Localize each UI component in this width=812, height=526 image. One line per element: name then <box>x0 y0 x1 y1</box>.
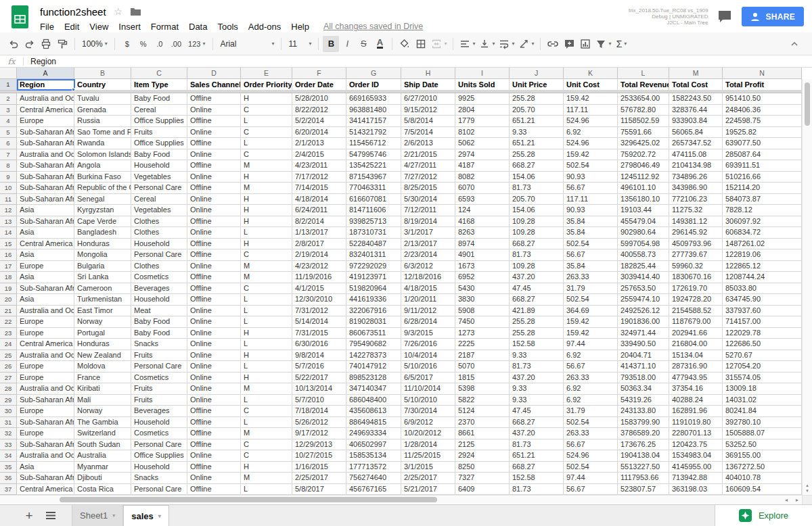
filter-button[interactable]: ▾ <box>593 36 613 52</box>
cell-F3[interactable]: 8/22/2012 <box>292 105 346 116</box>
vertical-align-button[interactable]: ▾ <box>477 36 497 52</box>
cell-A1[interactable]: Region <box>17 79 74 91</box>
cell-N11[interactable]: 584073.87 <box>723 194 802 206</box>
cell-H18[interactable]: 12/18/2016 <box>401 272 455 283</box>
cell-J13[interactable]: 109.28 <box>510 216 564 228</box>
all-sheets-button[interactable] <box>46 512 55 519</box>
cell-D20[interactable]: Offline <box>187 294 241 306</box>
menu-file[interactable]: File <box>40 22 54 32</box>
decrease-decimal-button[interactable]: .0 <box>152 36 168 52</box>
cell-N21[interactable]: 337937.60 <box>723 306 802 317</box>
cell-A22[interactable]: Europe <box>17 316 74 328</box>
row-header-7[interactable]: 7 <box>0 149 17 161</box>
cell-I9[interactable]: 8082 <box>455 172 510 183</box>
cell-J17[interactable]: 109.28 <box>510 261 564 272</box>
cell-H5[interactable]: 7/5/2014 <box>401 127 455 139</box>
menu-addons[interactable]: Add-ons <box>248 22 281 32</box>
cell-A30[interactable]: Europe <box>17 406 74 417</box>
cell-A4[interactable]: Europe <box>17 116 74 127</box>
cell-H30[interactable]: 7/30/2014 <box>401 406 455 417</box>
cell-B31[interactable]: The Gambia <box>74 417 131 429</box>
text-rotation-button[interactable]: ▾ <box>516 36 536 52</box>
cell-G11[interactable]: 616607081 <box>346 194 401 206</box>
cell-M29[interactable]: 40288.24 <box>669 395 723 406</box>
cell-F36[interactable]: 2/25/2017 <box>292 473 346 484</box>
cell-G29[interactable]: 686048400 <box>346 395 401 406</box>
cell-J6[interactable]: 651.21 <box>510 138 564 149</box>
cell-F30[interactable]: 7/18/2014 <box>292 406 346 417</box>
cell-D26[interactable]: Online <box>187 361 241 373</box>
cell-M18[interactable]: 1830670.16 <box>669 272 723 283</box>
cell-H35[interactable]: 3/1/2015 <box>401 462 455 473</box>
cell-D4[interactable]: Offline <box>187 116 241 127</box>
row-header-26[interactable]: 26 <box>0 361 17 373</box>
cell-G15[interactable]: 522840487 <box>346 239 401 250</box>
cell-G23[interactable]: 860673511 <box>346 328 401 339</box>
cell-C22[interactable]: Baby Food <box>131 316 187 328</box>
row-header-35[interactable]: 35 <box>0 462 17 473</box>
cell-F17[interactable]: 4/23/2012 <box>292 261 346 272</box>
menu-edit[interactable]: Edit <box>64 22 79 32</box>
cell-D12[interactable]: Online <box>187 205 241 216</box>
cell-N1[interactable]: Total Profit <box>723 79 802 91</box>
cell-G3[interactable]: 963881480 <box>346 105 401 116</box>
cell-J21[interactable]: 421.89 <box>510 306 564 317</box>
cell-D30[interactable]: Offline <box>187 406 241 417</box>
cell-H15[interactable]: 2/13/2017 <box>401 239 455 250</box>
cell-N6[interactable]: 639077.50 <box>723 138 802 149</box>
redo-button[interactable] <box>22 36 38 52</box>
cell-L11[interactable]: 1356180.10 <box>618 194 669 206</box>
more-formats-button[interactable]: 123 ▾ <box>185 36 208 52</box>
cell-F19[interactable]: 4/1/2015 <box>292 283 346 295</box>
cell-F8[interactable]: 4/23/2011 <box>292 160 346 172</box>
cell-A20[interactable]: Asia <box>17 294 74 306</box>
cell-C11[interactable]: Cereal <box>131 194 187 206</box>
cell-N23[interactable]: 122029.78 <box>723 328 802 339</box>
cell-E31[interactable]: L <box>241 417 292 429</box>
cell-D32[interactable]: Offline <box>187 428 241 439</box>
menu-tools[interactable]: Tools <box>217 22 238 32</box>
cell-D17[interactable]: Online <box>187 261 241 272</box>
cell-F12[interactable]: 6/24/2011 <box>292 205 346 216</box>
cell-D34[interactable]: Online <box>187 450 241 462</box>
cell-D22[interactable]: Online <box>187 316 241 328</box>
cell-A13[interactable]: Sub-Saharan Afr <box>17 216 74 228</box>
cell-L28[interactable]: 50363.34 <box>618 383 669 395</box>
cell-I36[interactable]: 7327 <box>455 473 510 484</box>
cell-M16[interactable]: 277739.67 <box>669 249 723 261</box>
cell-K2[interactable]: 159.42 <box>564 93 618 105</box>
cell-A29[interactable]: Sub-Saharan Afr <box>17 395 74 406</box>
scroll-up-icon[interactable]: ▴ <box>806 483 809 488</box>
column-header-M[interactable]: M <box>669 68 723 79</box>
cell-D31[interactable]: Offline <box>187 417 241 429</box>
cell-F20[interactable]: 12/30/2010 <box>292 294 346 306</box>
cell-J8[interactable]: 668.27 <box>510 160 564 172</box>
cell-H29[interactable]: 5/10/2010 <box>401 395 455 406</box>
insert-comment-button[interactable] <box>561 36 577 52</box>
paint-format-button[interactable] <box>54 36 70 52</box>
cell-E25[interactable]: H <box>241 350 292 362</box>
row-header-34[interactable]: 34 <box>0 450 17 462</box>
cell-L21[interactable]: 2492526.12 <box>618 306 669 317</box>
cell-C27[interactable]: Cosmetics <box>131 373 187 384</box>
cell-I34[interactable]: 2924 <box>455 450 510 462</box>
cell-H32[interactable]: 10/20/2012 <box>401 428 455 439</box>
cell-I16[interactable]: 4901 <box>455 249 510 261</box>
cell-F5[interactable]: 6/20/2014 <box>292 127 346 139</box>
cell-A7[interactable]: Australia and Oc <box>17 149 74 161</box>
cell-K11[interactable]: 117.11 <box>564 194 618 206</box>
cell-E26[interactable]: L <box>241 361 292 373</box>
cell-C17[interactable]: Clothes <box>131 261 187 272</box>
cell-L7[interactable]: 759202.72 <box>618 149 669 161</box>
cell-C10[interactable]: Personal Care <box>131 183 187 194</box>
cell-L16[interactable]: 400558.73 <box>618 249 669 261</box>
row-header-11[interactable]: 11 <box>0 194 17 206</box>
cell-M30[interactable]: 162891.96 <box>669 406 723 417</box>
cell-N3[interactable]: 248406.36 <box>723 105 802 116</box>
cell-I29[interactable]: 5822 <box>455 395 510 406</box>
column-header-L[interactable]: L <box>618 68 669 79</box>
cell-I19[interactable]: 5430 <box>455 283 510 295</box>
cell-J18[interactable]: 437.20 <box>510 272 564 283</box>
cell-G24[interactable]: 795490682 <box>346 339 401 350</box>
cell-D25[interactable]: Online <box>187 350 241 362</box>
